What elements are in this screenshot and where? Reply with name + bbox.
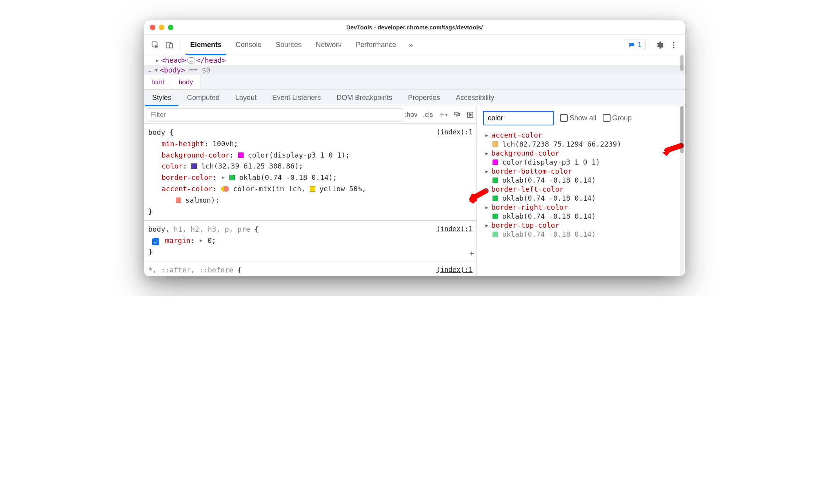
scrollbar[interactable] — [680, 106, 684, 276]
css-prop[interactable]: border-color: ▸ oklab(0.74 -0.18 0.14); — [148, 172, 473, 183]
stab-accessibility[interactable]: Accessibility — [448, 90, 502, 106]
stab-properties[interactable]: Properties — [400, 90, 448, 106]
computed-row[interactable]: ▸border-right-color — [477, 202, 685, 212]
selected-indicator: == $0 — [189, 66, 210, 74]
messages-badge[interactable]: 1 — [624, 40, 646, 50]
styles-tabs: Styles Computed Layout Event Listeners D… — [144, 90, 685, 106]
stab-dom-breakpoints[interactable]: DOM Breakpoints — [329, 90, 400, 106]
tab-network[interactable]: Network — [309, 35, 349, 55]
scrollbar[interactable] — [680, 55, 684, 79]
css-prop[interactable]: min-height: 100vh; — [148, 138, 473, 150]
paint-icon[interactable] — [453, 108, 461, 122]
hov-toggle[interactable]: :hov — [405, 111, 417, 119]
folded-icon[interactable]: … — [187, 57, 195, 63]
crumb-html[interactable]: html — [144, 75, 171, 89]
computed-value: lch(82.7238 75.1294 66.2239) — [477, 140, 685, 148]
color-mix-swatch-icon[interactable] — [221, 186, 229, 192]
expand-tri-icon[interactable]: ▸ — [485, 149, 489, 157]
color-swatch-icon[interactable] — [493, 160, 498, 165]
computed-value: oklab(0.74 -0.18 0.14) — [477, 230, 685, 238]
computed-value: oklab(0.74 -0.18 0.14) — [477, 176, 685, 184]
expand-tri-icon[interactable]: ▸ — [485, 167, 489, 175]
styles-filter-bar: :hov .cls ▾ — [144, 106, 476, 124]
color-swatch-icon[interactable] — [493, 232, 498, 237]
tab-elements[interactable]: Elements — [183, 35, 229, 55]
expand-tri-icon[interactable]: ▸ — [485, 131, 489, 139]
css-prop[interactable]: color: lch(32.39 61.25 308.86); — [148, 161, 473, 172]
panels: :hov .cls ▾ body { (index):1 min-height:… — [144, 106, 685, 276]
breadcrumb: html body — [144, 75, 685, 90]
group-checkbox[interactable] — [603, 114, 611, 122]
color-swatch-icon[interactable] — [493, 178, 498, 183]
divider — [649, 39, 649, 51]
stab-layout[interactable]: Layout — [227, 90, 264, 106]
main-tabs: Elements Console Sources Network Perform… — [183, 35, 418, 55]
color-swatch-icon[interactable] — [310, 186, 315, 192]
color-swatch-icon[interactable] — [191, 163, 197, 169]
computed-filter-input[interactable] — [483, 111, 554, 125]
computed-row[interactable]: ▸background-color — [477, 148, 685, 158]
source-link[interactable]: (index):1 — [436, 224, 473, 235]
inspect-element-icon[interactable] — [148, 38, 162, 52]
css-rule-body: body { (index):1 min-height: 100vh; back… — [144, 124, 476, 221]
expand-tri-icon[interactable]: ▸ — [199, 235, 204, 246]
maximize-window-icon[interactable] — [168, 25, 173, 30]
collapse-caret-icon[interactable]: ▾ — [154, 66, 159, 74]
source-link[interactable]: (index):1 — [436, 265, 473, 276]
svg-rect-6 — [454, 112, 458, 115]
tab-performance[interactable]: Performance — [349, 35, 403, 55]
crumb-rest — [200, 75, 685, 89]
color-swatch-icon[interactable] — [493, 196, 498, 201]
stab-styles[interactable]: Styles — [144, 90, 179, 106]
more-menu-icon[interactable] — [667, 38, 681, 52]
styles-filter-input[interactable] — [147, 108, 402, 121]
stab-computed[interactable]: Computed — [179, 90, 227, 106]
main-toolbar: Elements Console Sources Network Perform… — [144, 35, 685, 55]
cls-toggle[interactable]: .cls — [423, 111, 433, 119]
minimize-window-icon[interactable] — [159, 25, 164, 30]
tabs-overflow-icon[interactable]: » — [403, 40, 418, 49]
expand-tri-icon[interactable]: ▸ — [221, 172, 225, 183]
computed-row[interactable]: ▸border-top-color — [477, 220, 685, 230]
color-swatch-icon[interactable] — [493, 141, 498, 147]
computed-row[interactable]: ▸accent-color — [477, 130, 685, 140]
prop-checkbox-icon[interactable]: ✓ — [152, 238, 159, 245]
add-prop-plus-icon[interactable]: + — [469, 247, 474, 259]
computed-toggle-icon[interactable] — [466, 108, 474, 122]
expand-caret-icon[interactable]: ▸ — [155, 56, 160, 64]
close-window-icon[interactable] — [150, 25, 155, 30]
show-all-checkbox[interactable] — [560, 114, 568, 122]
divider — [180, 39, 180, 51]
group-label: Group — [612, 114, 632, 122]
stab-event-listeners[interactable]: Event Listeners — [264, 90, 329, 106]
window-controls — [150, 25, 173, 30]
source-link[interactable]: (index):1 — [436, 127, 473, 138]
css-prop[interactable]: ✓ margin: ▸ 0; — [148, 235, 473, 247]
svg-point-3 — [673, 42, 674, 43]
color-swatch-icon[interactable] — [238, 152, 244, 158]
computed-row[interactable]: ▸border-left-color — [477, 184, 685, 194]
crumb-body[interactable]: body — [171, 75, 200, 89]
styles-pane: :hov .cls ▾ body { (index):1 min-height:… — [144, 106, 477, 276]
dots-icon[interactable]: … — [146, 67, 153, 73]
dom-head-node[interactable]: ▸ <head> … </head> — [144, 55, 685, 65]
expand-tri-icon[interactable]: ▸ — [485, 185, 489, 193]
color-swatch-icon[interactable] — [493, 214, 498, 219]
tab-sources[interactable]: Sources — [269, 35, 309, 55]
css-prop[interactable]: accent-color: color-mix(in lch, yellow 5… — [148, 183, 473, 195]
computed-value: oklab(0.74 -0.18 0.14) — [477, 194, 685, 202]
new-rule-plus-icon[interactable]: ▾ — [438, 108, 447, 122]
computed-row[interactable]: ▸border-bottom-color — [477, 166, 685, 176]
dom-body-node[interactable]: … ▾ <body> == $0 — [144, 65, 685, 75]
color-swatch-icon[interactable] — [176, 198, 181, 203]
css-prop[interactable]: background-color: color(display-p3 1 0 1… — [148, 150, 473, 161]
tab-console[interactable]: Console — [229, 35, 269, 55]
settings-gear-icon[interactable] — [653, 38, 667, 52]
color-swatch-icon[interactable] — [229, 175, 235, 180]
svg-point-5 — [673, 47, 674, 48]
computed-filter-bar: Show all Group — [477, 106, 685, 130]
device-toggle-icon[interactable] — [162, 38, 176, 52]
expand-tri-icon[interactable]: ▸ — [485, 221, 489, 229]
svg-point-4 — [673, 44, 674, 46]
expand-tri-icon[interactable]: ▸ — [485, 203, 489, 211]
